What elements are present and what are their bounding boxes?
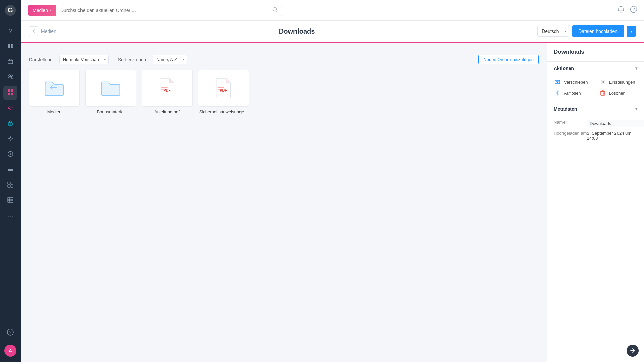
file-item[interactable]: PDF Anleitung.pdf [142, 70, 193, 114]
metadata-uploaded-row: Hochgeladen am: 3. September 2024 um 14:… [554, 131, 637, 141]
sidebar-item-plugin[interactable] [3, 117, 17, 131]
bag-icon [7, 58, 13, 66]
svg-rect-39 [218, 89, 223, 90]
main-area: Medien ▾ ? Medien [21, 0, 644, 362]
users-icon [7, 74, 13, 81]
more-icon: ··· [7, 213, 13, 220]
search-context-label: Medien [33, 8, 48, 13]
language-select[interactable]: Deutsch English [537, 26, 569, 37]
metadata-section: Metadaten ▾ Name: Hochgeladen am: 3. Sep… [547, 102, 644, 148]
sidebar-item-layers[interactable] [3, 40, 17, 54]
sidebar-item-more[interactable]: ··· [3, 209, 17, 223]
svg-rect-3 [11, 44, 13, 46]
search-icon[interactable] [268, 7, 282, 14]
corner-widget[interactable] [627, 345, 639, 357]
sort-label: Sortiere nach: [118, 57, 147, 62]
svg-rect-38 [218, 87, 224, 88]
metadata-name-input[interactable] [587, 120, 644, 127]
user-avatar[interactable]: A [4, 345, 16, 357]
metadata-section-header[interactable]: Metadaten ▾ [547, 102, 644, 116]
file-item-label: Sicherheitsanweisunge... [199, 109, 248, 114]
svg-rect-17 [8, 168, 13, 168]
svg-rect-35 [161, 87, 168, 88]
sidebar-item-add[interactable] [3, 147, 17, 162]
notification-icon[interactable] [617, 6, 625, 15]
sidebar-help-icon[interactable]: ? [3, 325, 17, 339]
sidebar-item-settings[interactable] [3, 132, 17, 146]
file-item[interactable]: Bonusmaterial [85, 70, 136, 114]
metadata-uploaded-value: 3. September 2024 um 14:03 [587, 131, 637, 141]
pdf-file-icon: PDF [142, 70, 193, 107]
move-action[interactable]: Verschieben [554, 78, 592, 86]
metadata-name-row: Name: [554, 120, 637, 127]
back-icon[interactable] [29, 26, 38, 36]
grid1-icon [7, 166, 13, 174]
svg-rect-12 [11, 93, 13, 95]
file-grid: Medien Bonusmaterial [29, 70, 539, 114]
dissolve-icon [554, 89, 561, 97]
app-logo[interactable]: G [0, 0, 21, 21]
sidebar-item-grid1[interactable] [3, 163, 17, 177]
move-label: Verschieben [564, 80, 588, 85]
file-item[interactable]: Medien [29, 70, 80, 114]
settings-action[interactable]: Einstellungen [599, 78, 638, 86]
view-select-wrapper: Normale Vorschau Liste Kleine Vorschau [59, 55, 109, 64]
svg-rect-11 [8, 93, 10, 95]
sidebar-item-media[interactable] [3, 86, 17, 100]
actions-grid: Verschieben Einstellungen [547, 75, 644, 102]
search-context-badge[interactable]: Medien ▾ [28, 5, 56, 16]
megaphone-icon [7, 105, 13, 112]
sort-select-wrapper: Name, A-Z Name, Z-A Datum [153, 55, 187, 64]
sidebar-bottom: ? A [3, 325, 17, 362]
sidebar-item-megaphone[interactable] [3, 101, 17, 115]
svg-rect-19 [8, 170, 13, 171]
svg-rect-9 [8, 89, 10, 92]
view-label: Darstellung: [29, 57, 54, 62]
file-item[interactable]: PDF Sicherheitsanweisunge... [198, 70, 249, 114]
sidebar-nav: ? [3, 21, 17, 325]
svg-rect-2 [8, 44, 10, 46]
settings-label: Einstellungen [609, 80, 635, 85]
actions-section-header[interactable]: Aktionen ▾ [547, 62, 644, 75]
file-item-label: Bonusmaterial [97, 109, 124, 114]
media-icon [7, 89, 13, 97]
sidebar-item-question[interactable]: ? [3, 24, 17, 38]
add-icon [7, 151, 13, 159]
new-folder-button[interactable]: Neuen Ordner hinzufügen [478, 55, 539, 64]
sort-select[interactable]: Name, A-Z Name, Z-A Datum [153, 55, 187, 64]
svg-point-14 [10, 123, 11, 124]
sidebar-item-grid2[interactable] [3, 178, 17, 192]
search-container[interactable]: Medien ▾ [28, 5, 282, 16]
settings-gear-icon [599, 78, 606, 86]
upload-button-dropdown[interactable]: ▾ [627, 26, 636, 37]
layers-icon [7, 43, 13, 50]
sidebar-item-users[interactable] [3, 70, 17, 84]
dissolve-action[interactable]: Auflösen [554, 89, 592, 97]
actions-chevron-icon: ▾ [635, 66, 637, 71]
actions-label: Aktionen [554, 66, 574, 71]
file-item-label: Anleitung.pdf [154, 109, 180, 114]
svg-rect-5 [11, 46, 13, 48]
sidebar-item-bag[interactable] [3, 55, 17, 69]
svg-rect-20 [8, 182, 10, 184]
grid3-icon [7, 197, 13, 205]
breadcrumb-back[interactable]: Medien [29, 26, 56, 36]
delete-action[interactable]: Löschen [599, 89, 638, 97]
metadata-uploaded-label: Hochgeladen am: [554, 131, 584, 136]
help-circle-icon[interactable]: ? [630, 6, 637, 15]
actions-section: Aktionen ▾ Verschieben [547, 61, 644, 102]
sidebar-item-grid3[interactable] [3, 194, 17, 208]
metadata-content: Name: Hochgeladen am: 3. September 2024 … [547, 116, 644, 148]
svg-point-31 [273, 7, 277, 11]
svg-rect-23 [11, 185, 13, 187]
question-icon: ? [9, 28, 12, 34]
svg-rect-42 [601, 92, 605, 95]
upload-button[interactable]: Dateien hochladen [572, 25, 624, 37]
svg-text:?: ? [9, 330, 12, 335]
view-select[interactable]: Normale Vorschau Liste Kleine Vorschau [59, 55, 109, 64]
search-input[interactable] [56, 5, 268, 16]
file-item-label: Medien [47, 109, 62, 114]
page-header-actions: Deutsch English Dateien hochladen ▾ [537, 25, 636, 37]
grid2-icon [7, 182, 13, 189]
svg-rect-24 [8, 197, 13, 203]
